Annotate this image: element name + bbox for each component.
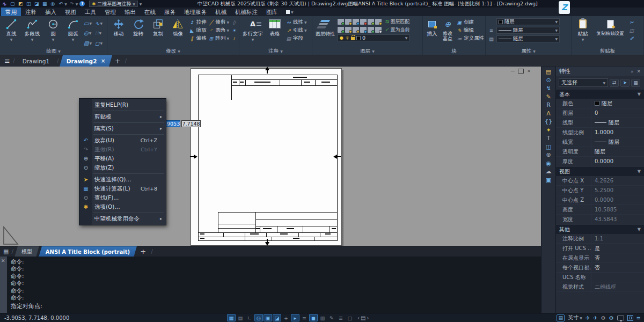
part-ball-tool-icon[interactable]: ◉ xyxy=(546,160,551,166)
selection-dropdown[interactable]: 无选择 ▼ xyxy=(559,78,608,87)
section-header-1[interactable]: 视图▼ xyxy=(556,167,644,176)
layer-match-button[interactable]: ⇆ 图层匹配 xyxy=(385,18,409,25)
save-as-icon[interactable]: ◪ xyxy=(33,1,40,7)
layout-list-icon[interactable]: ▦ xyxy=(3,248,9,255)
select-objects-icon[interactable]: ➤ xyxy=(620,79,630,87)
save-file-icon[interactable]: ◫ xyxy=(25,1,32,7)
layer-tool-icon[interactable] xyxy=(375,27,382,33)
fillet-button[interactable]: ◜圆角▼ xyxy=(208,27,229,34)
layer-tool-icon[interactable] xyxy=(345,27,352,33)
clean-screen-toggle[interactable]: ▢ xyxy=(346,314,354,321)
menu-item-repeat-help[interactable]: 重复HELP(R) xyxy=(79,100,166,109)
hatch-tool-button[interactable]: ▨▼ xyxy=(84,39,92,47)
quick-properties-toggle[interactable]: ≣ xyxy=(336,314,345,321)
property-value[interactable]: 4.2626 xyxy=(591,178,644,184)
leader-button[interactable]: ↗引线▼ xyxy=(286,27,307,34)
ribbon-tab-online[interactable]: 在线 xyxy=(140,8,160,16)
doc-tab-menu-icon[interactable]: ≡ xyxy=(4,57,10,65)
ribbon-tab-annotate[interactable]: 注释 xyxy=(21,8,41,16)
close-panel-icon[interactable]: ✕ xyxy=(636,69,641,74)
object-snap-toggle[interactable]: ▣ xyxy=(264,314,272,321)
layer-tool-icon[interactable] xyxy=(353,19,359,25)
property-value[interactable]: 1:1 xyxy=(591,236,644,241)
menu-item-options[interactable]: ✱选项(O)... xyxy=(79,202,166,211)
ribbon-tab-mech-dim[interactable]: 机械标注 xyxy=(231,8,262,16)
layer-tool-icon[interactable] xyxy=(345,19,352,25)
object-snap-tracking-toggle[interactable]: ◪ xyxy=(273,314,281,321)
ortho-toggle[interactable]: ∟ xyxy=(245,314,254,321)
command-window[interactable]: ✕ 命令:命令:命令:命令:命令:命令: 指定对角点: xyxy=(0,257,541,313)
text-style-tool-icon[interactable]: A xyxy=(546,111,551,116)
arc-button[interactable]: 圆弧▼ xyxy=(64,18,82,47)
match-properties-button[interactable]: ✐ xyxy=(628,35,635,42)
copy-clip-button[interactable]: ◫ xyxy=(628,27,635,34)
ribbon-tab-manage[interactable]: 管理 xyxy=(100,8,120,16)
ribbon-tab-library[interactable]: 图库 xyxy=(262,8,282,16)
selection-cycling-toggle[interactable]: ▥ xyxy=(318,314,327,321)
minimize-icon[interactable]: — xyxy=(510,69,516,74)
property-value[interactable]: 随层 xyxy=(591,138,644,146)
property-value[interactable]: 是 xyxy=(591,245,644,252)
object-snap-3d-toggle[interactable]: + xyxy=(282,314,290,321)
properties-panel-label[interactable]: 属性▼ xyxy=(486,47,571,55)
magnifier-tool-icon[interactable]: ⊙ xyxy=(546,77,551,83)
object-color-dropdown[interactable]: 随层▼ xyxy=(496,18,560,25)
cut-button[interactable]: ✂ xyxy=(628,19,635,26)
prev-layout-icon[interactable]: ‹ xyxy=(357,315,360,321)
redo-icon[interactable]: ↷ xyxy=(69,1,75,7)
modify-panel-label[interactable]: 修改▼ xyxy=(107,47,239,55)
property-value[interactable]: 43.5843 xyxy=(591,216,644,222)
menu-item-zoom[interactable]: ⊙缩放(Z) xyxy=(79,163,166,172)
insert-block-button[interactable]: 插入 xyxy=(425,18,439,47)
copy-button[interactable]: 复制 xyxy=(149,18,167,47)
cloud-mark-tool-icon[interactable]: ☁ xyxy=(546,169,552,174)
offset-button[interactable]: ∥偏移 xyxy=(188,35,206,42)
define-attribute-button[interactable]: ≔定义属性 xyxy=(456,35,484,42)
layer-tool-icon[interactable] xyxy=(360,27,367,33)
property-value[interactable]: 1.0000 xyxy=(591,129,644,135)
menu-item-quick-calculator[interactable]: ▦快速计算器(L)Ctrl+8 xyxy=(79,184,166,193)
restore-icon[interactable] xyxy=(518,69,524,74)
new-layout-button[interactable]: + xyxy=(138,247,148,255)
layer-tool-icon[interactable] xyxy=(375,19,382,25)
ribbon-tab-view[interactable]: 视图 xyxy=(61,8,80,16)
menu-item-undo[interactable]: ↶放弃(U)Ctrl+Z xyxy=(79,136,166,145)
menu-item-isolate[interactable]: 隔离(S)▸ xyxy=(79,124,166,133)
layout-sheet-icon[interactable]: ▤ xyxy=(361,315,365,321)
draw-panel-label[interactable]: 绘图▼ xyxy=(0,47,107,55)
revision-cloud-button[interactable]: ∿▼ xyxy=(95,19,103,27)
label-text-tool-icon[interactable]: T xyxy=(547,135,551,141)
property-value[interactable]: 10.5885 xyxy=(591,207,644,213)
menu-item-mech-commands[interactable]: 中望机械常用命令▸ xyxy=(79,214,166,223)
property-value[interactable]: 0 xyxy=(591,110,644,116)
scale-button[interactable]: ◣缩放 xyxy=(188,27,206,34)
join-button[interactable]: ≀ xyxy=(231,35,237,42)
snap-toggle[interactable]: ▤ xyxy=(236,314,245,321)
slot-tool-button[interactable]: ◻▼ xyxy=(95,39,103,47)
doc-tab-drawing2[interactable]: Drawing2× xyxy=(60,55,112,67)
property-value[interactable]: 否 xyxy=(591,254,644,262)
layer-tool-icon[interactable] xyxy=(368,27,374,33)
preview-icon[interactable]: ◎ xyxy=(49,1,56,7)
workspace-extra-chevron-icon[interactable]: ▼ xyxy=(140,2,142,6)
bracket-tool-icon[interactable]: {} xyxy=(545,119,552,125)
ribbon-tab-services[interactable]: 服务 xyxy=(160,8,180,16)
command-window-grip[interactable]: ✕ xyxy=(0,257,7,313)
array-button[interactable]: ⊞阵列▼ xyxy=(208,35,229,42)
section-header-2[interactable]: 其他▼ xyxy=(556,225,644,234)
property-value[interactable]: 随层 xyxy=(591,119,644,127)
layer-tool-icon[interactable] xyxy=(338,27,344,33)
drawing-canvas[interactable]: — ✕ xyxy=(0,67,541,246)
doc-tab-close-icon[interactable]: × xyxy=(100,58,105,64)
auto-hide-icon[interactable]: » xyxy=(631,69,634,74)
table-button[interactable]: 表格 xyxy=(266,18,284,47)
rotate-button[interactable]: 旋转 xyxy=(129,18,148,47)
property-value[interactable]: 否 xyxy=(591,264,644,272)
create-block-button[interactable]: ▣创建 xyxy=(456,19,484,26)
explode-button[interactable]: ✶ xyxy=(231,27,237,34)
layout-tab-ansi-a-title-block[interactable]: ANSI A Title Block (portrait) xyxy=(39,246,137,257)
transparency-toggle[interactable]: ◼ xyxy=(309,314,318,321)
line-button[interactable]: 直线▼ xyxy=(2,18,20,47)
property-value[interactable]: 0.0000 xyxy=(591,158,644,164)
property-value[interactable]: 二维线框 xyxy=(591,283,644,291)
